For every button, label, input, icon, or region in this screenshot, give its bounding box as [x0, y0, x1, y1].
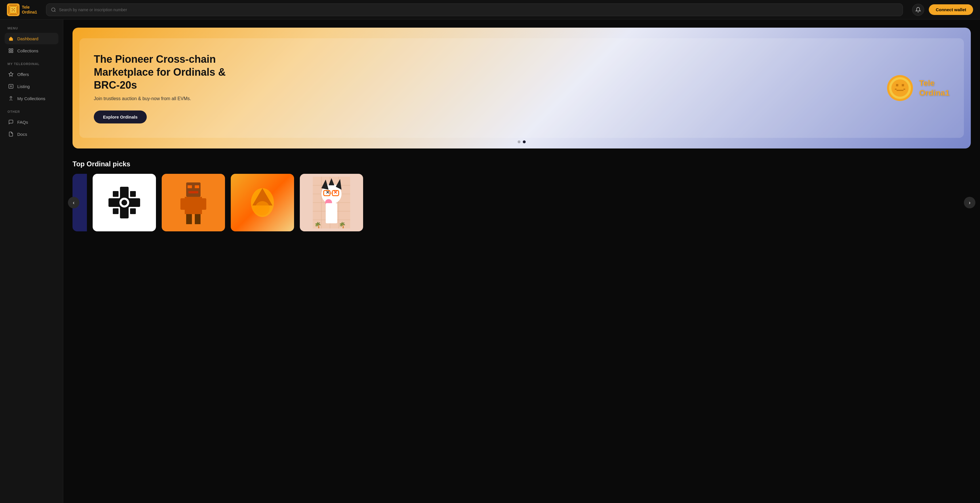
svg-rect-4: [9, 14, 17, 15]
nft-card-2[interactable]: [162, 174, 225, 231]
hero-coin-icon: [886, 74, 915, 102]
svg-rect-6: [9, 7, 10, 13]
logo[interactable]: Tele Ordina1: [7, 3, 41, 16]
main-layout: MENU Dashboard Collections MY TELEORDINA…: [0, 19, 980, 503]
svg-point-15: [51, 8, 55, 11]
listing-icon: [8, 83, 14, 89]
search-icon: [51, 7, 56, 13]
svg-rect-13: [11, 10, 13, 11]
sidebar-item-dashboard[interactable]: Dashboard: [5, 33, 59, 44]
svg-rect-12: [13, 9, 14, 10]
logo-icon: [7, 3, 19, 16]
svg-rect-43: [186, 182, 200, 197]
sidebar-item-docs[interactable]: Docs: [5, 128, 59, 140]
svg-rect-21: [11, 51, 13, 53]
svg-rect-2: [8, 6, 9, 14]
explore-ordinals-button[interactable]: Explore Ordinals: [94, 110, 147, 123]
dot-1[interactable]: [518, 140, 520, 143]
bell-icon: [915, 7, 921, 13]
svg-rect-48: [180, 198, 186, 210]
svg-rect-11: [14, 8, 15, 9]
svg-rect-38: [130, 191, 136, 197]
top-picks-title: Top Ordinal picks: [73, 160, 971, 168]
top-navigation: Tele Ordina1 Connect wallet: [0, 0, 980, 19]
svg-rect-39: [113, 209, 119, 214]
listing-label: Listing: [17, 84, 30, 89]
svg-line-16: [54, 11, 55, 11]
chat-icon: [8, 119, 14, 125]
sidebar-section-menu: MENU: [5, 27, 59, 30]
doc-icon: [8, 131, 14, 137]
search-bar[interactable]: [46, 3, 903, 16]
svg-rect-47: [185, 197, 202, 214]
svg-rect-37: [113, 191, 119, 197]
svg-rect-34: [897, 90, 904, 91]
hero-banner: The Pioneer Cross-chain Marketplace for …: [73, 28, 971, 148]
svg-text:🌴: 🌴: [314, 221, 321, 228]
sidebar-item-collections[interactable]: Collections: [5, 45, 59, 56]
svg-point-26: [10, 96, 12, 98]
tag-icon: [8, 72, 14, 77]
docs-label: Docs: [17, 132, 27, 137]
svg-marker-22: [9, 72, 13, 76]
svg-rect-23: [9, 84, 13, 88]
svg-rect-3: [17, 6, 18, 14]
hero-content: The Pioneer Cross-chain Marketplace for …: [94, 53, 249, 123]
svg-rect-40: [130, 209, 136, 214]
svg-rect-74: [326, 203, 337, 223]
grid-icon: [8, 48, 14, 54]
hero-pagination-dots: [518, 140, 526, 143]
logo-text: Tele Ordina1: [22, 5, 37, 15]
nft-card-3[interactable]: [231, 174, 294, 231]
carousel-prev-button[interactable]: ‹: [68, 197, 80, 209]
svg-rect-32: [895, 89, 897, 90]
svg-rect-19: [11, 49, 13, 50]
connect-wallet-button[interactable]: Connect wallet: [929, 4, 973, 15]
nft-carousel-wrapper: ‹: [73, 174, 971, 231]
collections-label: Collections: [17, 48, 38, 53]
search-input[interactable]: [59, 8, 898, 12]
svg-rect-30: [896, 84, 898, 86]
svg-rect-33: [904, 89, 905, 90]
notification-button[interactable]: [912, 4, 924, 16]
nft-card-1[interactable]: [93, 174, 156, 231]
svg-rect-49: [200, 198, 206, 210]
sidebar: MENU Dashboard Collections MY TELEORDINA…: [0, 19, 63, 503]
sidebar-item-offers[interactable]: Offers: [5, 68, 59, 80]
orange-abstract-nft: [247, 182, 278, 223]
dashboard-label: Dashboard: [17, 36, 38, 41]
svg-rect-1: [9, 5, 17, 6]
sidebar-item-listing[interactable]: Listing: [5, 81, 59, 92]
carousel-next-button[interactable]: ›: [964, 197, 975, 209]
orange-character-nft: [178, 180, 209, 226]
svg-rect-44: [188, 185, 192, 188]
sidebar-section-my-teleordinal: MY TELEORDINAL: [5, 62, 59, 65]
svg-rect-7: [16, 7, 17, 13]
hero-subtitle: Join trustless auction & buy-now from al…: [94, 96, 249, 101]
faqs-label: FAQs: [17, 120, 28, 124]
svg-rect-45: [195, 185, 199, 188]
svg-rect-14: [14, 10, 15, 11]
hero-brand-text: Tele Ordina1: [919, 78, 950, 97]
offers-label: Offers: [17, 72, 29, 77]
svg-rect-17: [10, 39, 12, 41]
sidebar-item-my-collections[interactable]: My Collections: [5, 93, 59, 104]
sidebar-item-faqs[interactable]: FAQs: [5, 116, 59, 128]
svg-rect-50: [186, 214, 192, 224]
svg-text:🌴: 🌴: [339, 221, 346, 228]
gear-nft-image: [106, 184, 143, 221]
home-icon: [8, 36, 14, 41]
hero-title: The Pioneer Cross-chain Marketplace for …: [94, 53, 249, 92]
dot-2[interactable]: [523, 140, 526, 143]
hero-inner: The Pioneer Cross-chain Marketplace for …: [80, 38, 964, 138]
svg-rect-5: [10, 6, 16, 7]
nav-right: Connect wallet: [912, 4, 973, 16]
sidebar-section-other: OTHER: [5, 110, 59, 113]
svg-rect-20: [9, 51, 10, 53]
nft-card-4[interactable]: ✕ ✕ 🌴 🌴: [300, 174, 363, 231]
main-content: The Pioneer Cross-chain Marketplace for …: [63, 19, 980, 503]
svg-rect-51: [195, 214, 200, 224]
my-collections-label: My Collections: [17, 96, 45, 101]
svg-point-29: [891, 80, 908, 97]
svg-rect-46: [188, 191, 198, 193]
